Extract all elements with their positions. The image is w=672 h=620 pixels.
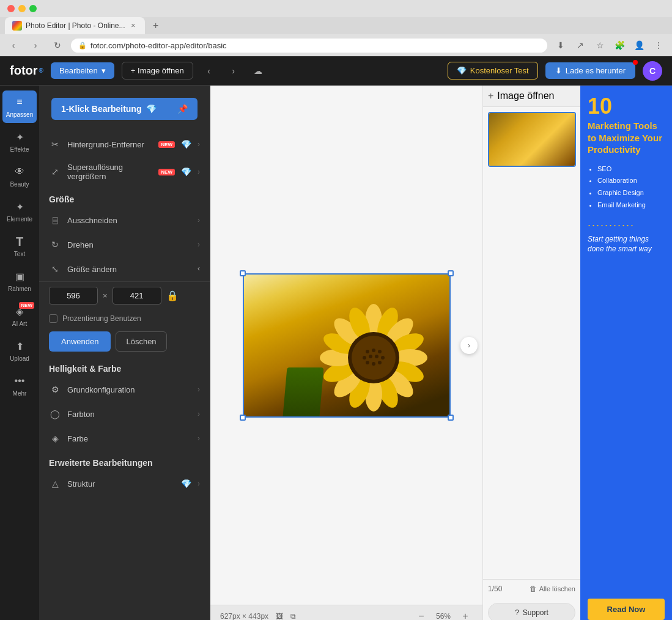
loeschen-button[interactable]: Löschen — [116, 331, 166, 352]
drehen-item[interactable]: ↻ Drehen › — [39, 232, 210, 257]
canvas-next-arrow[interactable]: › — [460, 337, 478, 354]
sidebar-item-label: Effekte — [10, 146, 29, 153]
ad-list: SEO Collaboration Graphic Design Email M… — [588, 163, 665, 212]
one-click-button[interactable]: 1-Klick Bearbeitung 💎 📌 — [51, 98, 198, 120]
action-buttons: Anwenden Löschen — [49, 331, 200, 352]
delete-all-label: Alle löschen — [539, 585, 575, 592]
pin-icon: 📌 — [177, 104, 188, 114]
tab-title: Photo Editor | Photo - Online... — [26, 21, 125, 30]
superaufloesung-item[interactable]: ⤢ Superauflösung vergrößern NEW 💎 › — [39, 157, 210, 187]
delete-all-button[interactable]: 🗑 Alle löschen — [530, 585, 575, 593]
sidebar-item-label: Elemente — [7, 216, 32, 223]
thumbnail-area — [483, 107, 580, 172]
grundkonfiguration-item[interactable]: ⚙ Grundkonfiguration › — [39, 377, 210, 402]
canvas-image-container[interactable] — [243, 273, 451, 418]
menu-icon[interactable]: ⋮ — [650, 37, 667, 54]
dimension-inputs: 596 × 421 🔒 Prozentierung Benutzen Anwen… — [39, 282, 210, 356]
svg-point-17 — [352, 336, 396, 380]
thumbnail-image[interactable] — [488, 112, 576, 167]
svg-point-26 — [372, 362, 375, 366]
image-oeffnen-label: Image öffnen — [497, 90, 554, 101]
sidebar-item-upload[interactable]: ⬆ Upload — [2, 334, 37, 367]
svg-point-19 — [372, 349, 375, 352]
prozentierung-checkbox[interactable] — [49, 314, 57, 323]
tab-close-button[interactable]: ✕ — [129, 21, 138, 30]
sidebar-item-anpassen[interactable]: ≡ Anpassen — [2, 90, 37, 123]
canvas-content[interactable]: › — [210, 86, 482, 605]
sunflower-petals — [316, 303, 432, 413]
farbe-item[interactable]: ◈ Farbe › — [39, 426, 210, 451]
ad-number: 10 — [588, 95, 665, 117]
groesse-aendern-item[interactable]: ⤡ Größe ändern › — [39, 257, 210, 282]
image-dimensions: 627px × 443px — [220, 612, 268, 620]
chevron-icon: › — [198, 385, 200, 394]
forward-button[interactable]: › — [27, 37, 44, 54]
zoom-out-button[interactable]: − — [414, 609, 429, 620]
ad-panel: 10 Marketing Tools to Maximize Your Prod… — [580, 86, 672, 620]
sidebar-item-rahmen[interactable]: ▣ Rahmen — [2, 265, 37, 297]
image-oeffnen-button[interactable]: + Image öffnen — [483, 86, 580, 107]
redo-button[interactable]: › — [225, 62, 242, 79]
crop-icon: ⌸ — [49, 214, 61, 226]
share-icon[interactable]: ↗ — [572, 37, 589, 54]
url-text: fotor.com/photo-editor-app/editor/basic — [90, 41, 227, 50]
browser-tab[interactable]: Photo Editor | Photo - Online... ✕ — [5, 17, 145, 34]
profile-icon[interactable]: 👤 — [630, 37, 648, 54]
farbton-item[interactable]: ◯ Farbton › — [39, 402, 210, 426]
image-oeffnen-button[interactable]: + Image öffnen — [122, 62, 193, 79]
fullscreen-button[interactable] — [29, 5, 37, 12]
premium-badge: 💎 — [181, 139, 191, 149]
erweiterte-section-title: Erweiterte Bearbeitungen — [39, 451, 210, 471]
address-bar[interactable]: 🔒 fotor.com/photo-editor-app/editor/basi… — [71, 39, 547, 53]
sidebar-item-beauty[interactable]: 👁 Beauty — [2, 160, 37, 193]
struktur-item[interactable]: △ Struktur 💎 › — [39, 471, 210, 496]
background-remover-item[interactable]: ✂ Hintergrund-Entferner NEW 💎 › — [39, 132, 210, 157]
sidebar-item-text[interactable]: T Text — [2, 230, 37, 262]
chevron-up-icon: › — [198, 265, 200, 273]
handle-bottom-left[interactable] — [240, 415, 246, 421]
elements-icon: ✦ — [13, 200, 26, 213]
chevron-icon: › — [198, 168, 200, 176]
user-avatar[interactable]: C — [643, 61, 662, 81]
chevron-icon: › — [198, 410, 200, 418]
kostenlos-test-button[interactable]: 💎 Kostenloser Test — [448, 62, 538, 79]
close-button[interactable] — [7, 5, 15, 12]
sidebar-item-effekte[interactable]: ✦ Effekte — [2, 125, 37, 158]
download-button[interactable]: ⬇ Lade es herunter — [545, 62, 635, 79]
lock-icon[interactable]: 🔒 — [166, 290, 179, 301]
config-icon: ⚙ — [49, 383, 61, 396]
height-input[interactable]: 421 — [113, 287, 161, 304]
minimize-button[interactable] — [18, 5, 26, 12]
back-button[interactable]: ‹ — [5, 37, 22, 54]
app-header: fotor ® Bearbeiten ▾ + Image öffnen ‹ › … — [0, 56, 672, 86]
bearbeiten-button[interactable]: Bearbeiten ▾ — [51, 62, 114, 79]
cloud-save-button[interactable]: ☁ — [249, 62, 267, 79]
sidebar-item-ai-art[interactable]: NEW ◈ AI Art — [2, 300, 37, 332]
bookmark-icon[interactable]: ☆ — [591, 37, 608, 54]
canvas-image — [243, 273, 451, 418]
handle-top-left[interactable] — [240, 270, 246, 276]
support-button[interactable]: ? Support — [488, 603, 575, 620]
extensions-icon[interactable]: 🧩 — [611, 37, 628, 54]
sidebar-item-label: Rahmen — [8, 286, 31, 292]
sidebar-item-mehr[interactable]: ••• Mehr — [2, 369, 37, 402]
new-tab-button[interactable]: + — [147, 17, 164, 34]
read-now-button[interactable]: Read Now — [588, 599, 665, 620]
download-icon[interactable]: ⬇ — [552, 37, 569, 54]
hue-icon: ◯ — [49, 408, 61, 420]
anwenden-button[interactable]: Anwenden — [49, 331, 111, 352]
canvas-footer: 627px × 443px 🖼 ⧉ − 56% + — [210, 605, 482, 620]
canvas-area: › 627px × 443px 🖼 ⧉ − 56% + — [210, 86, 482, 620]
handle-top-right[interactable] — [448, 270, 454, 276]
undo-button[interactable]: ‹ — [201, 62, 218, 79]
refresh-button[interactable]: ↻ — [49, 37, 66, 54]
right-panel: + Image öffnen 1/50 🗑 Alle löschen ? Sup… — [482, 86, 580, 620]
ausschneiden-item[interactable]: ⌸ Ausschneiden › — [39, 208, 210, 232]
chevron-icon: › — [198, 140, 200, 149]
sidebar-item-elemente[interactable]: ✦ Elemente — [2, 195, 37, 227]
handle-bottom-right[interactable] — [448, 415, 454, 421]
zoom-in-button[interactable]: + — [458, 609, 473, 620]
copy-icon[interactable]: ⧉ — [290, 612, 296, 620]
svg-point-22 — [369, 355, 372, 358]
width-input[interactable]: 596 — [49, 287, 98, 304]
